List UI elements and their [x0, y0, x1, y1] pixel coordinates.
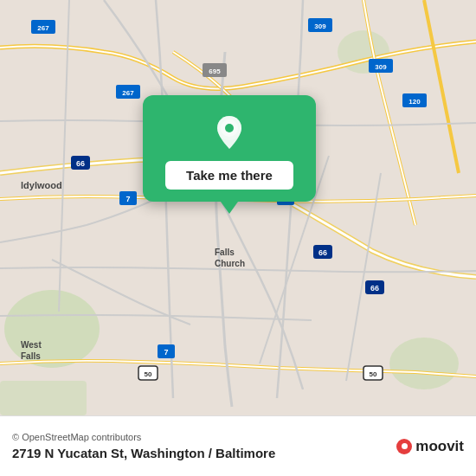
svg-text:Church: Church	[215, 259, 245, 268]
svg-text:7: 7	[125, 195, 130, 203]
svg-text:309: 309	[314, 23, 326, 30]
svg-text:66: 66	[370, 284, 379, 293]
svg-text:267: 267	[37, 24, 49, 32]
svg-text:66: 66	[318, 248, 327, 257]
svg-text:50: 50	[370, 370, 377, 378]
popup-card: Take me there	[143, 95, 316, 202]
svg-text:695: 695	[209, 68, 221, 75]
svg-point-2	[389, 338, 459, 389]
location-pin-icon	[209, 111, 250, 152]
bottom-left-info: © OpenStreetMap contributors 2719 N Yuca…	[12, 432, 396, 460]
svg-text:Falls: Falls	[21, 351, 41, 361]
svg-text:120: 120	[408, 98, 421, 106]
svg-rect-4	[0, 381, 87, 415]
svg-text:Falls: Falls	[215, 248, 235, 257]
take-me-there-button[interactable]: Take me there	[165, 161, 293, 190]
svg-point-42	[225, 124, 234, 132]
svg-point-1	[4, 290, 100, 368]
svg-text:7: 7	[164, 348, 168, 357]
svg-text:ldylwood: ldylwood	[21, 180, 62, 190]
moovit-logo-icon	[396, 439, 412, 454]
address-text: 2719 N Yucatan St, Washington / Baltimor…	[12, 446, 396, 460]
moovit-logo: moovit	[396, 438, 464, 455]
svg-text:309: 309	[375, 63, 387, 71]
svg-text:267: 267	[122, 89, 134, 97]
svg-text:West: West	[21, 340, 42, 350]
svg-text:66: 66	[76, 159, 85, 168]
bottom-bar: © OpenStreetMap contributors 2719 N Yuca…	[0, 415, 476, 476]
map-container: 66 66 66 267 267 309 309 695 7 7 7 29 12…	[0, 0, 476, 415]
svg-text:50: 50	[145, 370, 152, 378]
copyright-text: © OpenStreetMap contributors	[12, 432, 396, 442]
moovit-logo-text: moovit	[415, 438, 464, 455]
